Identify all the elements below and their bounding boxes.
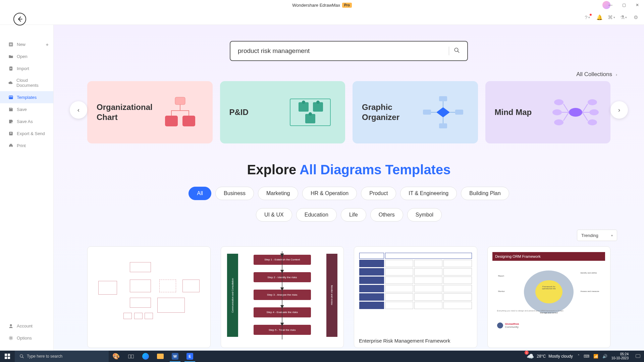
filter-pill[interactable]: All bbox=[189, 187, 211, 200]
saveas-icon bbox=[8, 119, 13, 124]
all-collections-label: All Collections bbox=[576, 71, 612, 77]
category-graphic bbox=[157, 92, 203, 132]
explore-prefix: Explore bbox=[247, 162, 300, 177]
download-icon bbox=[8, 66, 13, 71]
template-thumbnail bbox=[88, 247, 210, 334]
filter-pill[interactable]: HR & Operation bbox=[302, 187, 357, 200]
svg-point-10 bbox=[10, 324, 12, 326]
help-icon[interactable]: ?▾ bbox=[584, 14, 591, 21]
print-icon bbox=[8, 143, 13, 148]
category-card-mind-map[interactable]: Mind Map bbox=[485, 81, 611, 143]
sort-dropdown[interactable]: Trending ▾ bbox=[577, 230, 617, 241]
svg-rect-9 bbox=[10, 146, 12, 147]
filter-pill[interactable]: Marketing bbox=[258, 187, 298, 200]
taskbar-edge-icon[interactable] bbox=[138, 351, 153, 362]
svg-rect-40 bbox=[5, 354, 7, 356]
filter-pill[interactable]: Others bbox=[370, 208, 403, 222]
app-title: Wondershare EdrawMax Pro bbox=[292, 3, 352, 8]
sidebar-item-print[interactable]: Print bbox=[0, 139, 53, 152]
sidebar-item-export[interactable]: Export & Send bbox=[0, 127, 53, 139]
sidebar-item-label: Cloud Documents bbox=[16, 78, 49, 88]
taskbar-weather[interactable]: ☁️1 28°C Mostly cloudy bbox=[527, 353, 573, 360]
notification-icon[interactable] bbox=[632, 354, 644, 359]
svg-rect-45 bbox=[128, 355, 130, 358]
taskbar-word-icon[interactable]: W bbox=[168, 351, 182, 362]
sidebar-item-label: Templates bbox=[17, 95, 37, 100]
svg-rect-5 bbox=[10, 108, 12, 109]
taskbar-assistant-icon[interactable]: 🎨 bbox=[109, 351, 123, 362]
filter-pill[interactable]: Business bbox=[215, 187, 254, 200]
apps-icon[interactable]: ⌘▾ bbox=[608, 14, 615, 21]
svg-point-32 bbox=[589, 109, 599, 115]
category-card-org-chart[interactable]: Organizational Chart bbox=[87, 81, 213, 143]
bell-icon[interactable]: 🔔 bbox=[596, 14, 603, 21]
template-card[interactable]: Enterprise Risk Management Framework bbox=[354, 246, 477, 348]
sidebar-item-save[interactable]: Save bbox=[0, 103, 53, 115]
carousel-prev-button[interactable]: ‹ bbox=[70, 101, 87, 119]
taskbar-apps: 🎨 W E bbox=[109, 351, 197, 362]
gear-icon bbox=[8, 335, 13, 341]
weather-temp: 28°C bbox=[537, 354, 546, 359]
tray-chevron-icon[interactable]: ˄ bbox=[578, 354, 580, 359]
taskbar-taskview-icon[interactable] bbox=[123, 351, 138, 362]
all-collections-link[interactable]: All Collections › bbox=[60, 71, 617, 78]
filter-pill[interactable]: Symbol bbox=[407, 208, 442, 222]
sidebar-item-label: Open bbox=[17, 54, 28, 59]
minimize-button[interactable]: — bbox=[604, 0, 617, 10]
filter-pill[interactable]: Education bbox=[296, 208, 337, 222]
start-button[interactable] bbox=[0, 351, 15, 362]
back-button[interactable] bbox=[13, 13, 26, 25]
sidebar-item-label: Import bbox=[17, 66, 29, 71]
template-icon bbox=[8, 95, 13, 100]
tray-keyboard-icon[interactable]: ⌨ bbox=[584, 354, 589, 359]
search-wrap bbox=[60, 41, 637, 61]
category-graphic bbox=[550, 92, 601, 132]
svg-rect-13 bbox=[175, 97, 185, 105]
search-icon[interactable] bbox=[454, 47, 460, 55]
svg-rect-26 bbox=[423, 110, 431, 115]
maximize-button[interactable]: ▢ bbox=[617, 0, 631, 10]
sidebar-item-saveas[interactable]: Save As bbox=[0, 115, 53, 127]
sidebar-item-cloud[interactable]: Cloud Documents bbox=[0, 74, 53, 91]
svg-rect-14 bbox=[165, 116, 178, 126]
sidebar-item-account[interactable]: Account bbox=[0, 320, 53, 332]
filter-pill[interactable]: Building Plan bbox=[461, 187, 509, 200]
carousel-next-button[interactable]: › bbox=[610, 101, 628, 119]
sidebar-item-import[interactable]: Import bbox=[0, 62, 53, 74]
sidebar-item-new[interactable]: New+ bbox=[0, 38, 53, 50]
category-card-pid[interactable]: P&ID bbox=[220, 81, 345, 143]
svg-point-31 bbox=[552, 109, 562, 115]
user-icon bbox=[8, 323, 13, 328]
taskbar-search[interactable]: Type here to search bbox=[15, 351, 109, 362]
template-card[interactable] bbox=[87, 246, 211, 348]
filter-pill[interactable]: Product bbox=[361, 187, 396, 200]
close-button[interactable]: ✕ bbox=[631, 0, 644, 10]
search-divider bbox=[449, 47, 449, 55]
template-card[interactable]: Designing ORM Framework Framework for op… bbox=[487, 246, 611, 348]
search-input[interactable] bbox=[238, 47, 444, 55]
tray-wifi-icon[interactable]: 📶 bbox=[593, 354, 598, 359]
tray-volume-icon[interactable]: 🔊 bbox=[602, 354, 607, 359]
filter-pill[interactable]: Life bbox=[341, 208, 366, 222]
template-thumbnail: Designing ORM Framework Framework for op… bbox=[488, 247, 610, 334]
taskbar-explorer-icon[interactable] bbox=[153, 351, 168, 362]
sidebar-item-templates[interactable]: Templates bbox=[0, 91, 53, 103]
search-box bbox=[230, 41, 468, 61]
template-card[interactable]: Communication and Consultation Monitor a… bbox=[221, 246, 344, 348]
gift-icon[interactable]: ⚗▾ bbox=[620, 14, 627, 21]
cloud-icon bbox=[8, 80, 13, 85]
svg-point-28 bbox=[569, 108, 582, 117]
svg-marker-23 bbox=[436, 107, 450, 117]
svg-rect-2 bbox=[9, 96, 13, 99]
filter-pill[interactable]: IT & Engineering bbox=[400, 187, 457, 200]
settings-icon[interactable]: ⚙ bbox=[632, 14, 639, 21]
sidebar-item-options[interactable]: Options bbox=[0, 332, 53, 344]
filter-pill[interactable]: UI & UX bbox=[256, 208, 292, 222]
taskbar-clock[interactable]: 05:24 10-10-2023 bbox=[611, 352, 629, 360]
taskbar-edraw-icon[interactable]: E bbox=[182, 351, 197, 362]
category-card-graphic-organizer[interactable]: Graphic Organizer bbox=[353, 81, 478, 143]
sidebar-item-open[interactable]: Open bbox=[0, 50, 53, 62]
clock-time: 05:24 bbox=[611, 352, 629, 356]
chevron-down-icon: ▾ bbox=[611, 234, 613, 237]
svg-point-21 bbox=[316, 101, 320, 104]
